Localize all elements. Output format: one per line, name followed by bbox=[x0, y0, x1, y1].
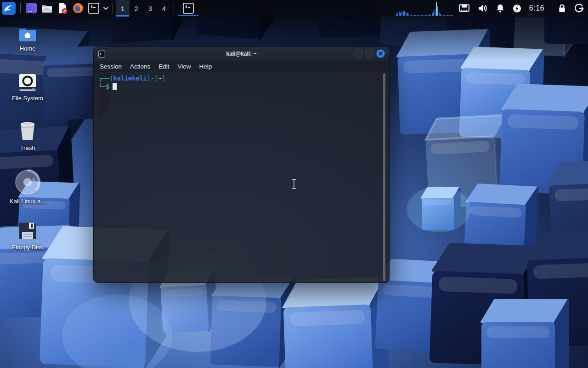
launcher-text-editor[interactable] bbox=[55, 0, 70, 17]
lock-screen-button[interactable] bbox=[554, 0, 570, 17]
minimize-button[interactable] bbox=[354, 49, 363, 58]
close-button[interactable] bbox=[376, 49, 385, 58]
desktop-icon-file-system[interactable]: File System bbox=[4, 73, 51, 102]
menu-edit[interactable]: Edit bbox=[154, 61, 173, 72]
network-icon bbox=[459, 4, 469, 12]
panel-separator bbox=[20, 3, 21, 13]
home-folder-icon bbox=[18, 27, 37, 42]
optical-disc-icon bbox=[15, 169, 40, 195]
window-terminal-icon bbox=[98, 51, 105, 58]
notifications-bell-icon bbox=[496, 4, 504, 13]
window-app-icon bbox=[25, 2, 37, 14]
desktop-icon-floppy-disk[interactable]: Floppy Disk bbox=[4, 221, 51, 251]
terminal-icon: $ bbox=[88, 3, 99, 14]
log-out-button[interactable] bbox=[570, 0, 588, 17]
workspace-1[interactable]: 1 bbox=[116, 0, 130, 17]
firefox-icon bbox=[72, 2, 84, 14]
prompt-line-2: └─$ bbox=[98, 82, 389, 91]
volume-icon bbox=[478, 4, 488, 13]
desktop-icon-home[interactable]: Home bbox=[4, 27, 51, 52]
workspace-4[interactable]: 4 bbox=[157, 0, 171, 17]
workspace-2[interactable]: 2 bbox=[130, 0, 143, 17]
terminal-window: kali@kali: ~ Session Actions Edit View H… bbox=[93, 46, 390, 283]
svg-text:$: $ bbox=[90, 5, 93, 9]
desktop-icon-trash[interactable]: Trash bbox=[4, 121, 51, 151]
desktop-icon-kali-linux[interactable]: Kali Linux a... bbox=[4, 169, 51, 205]
clock[interactable]: 6:16 bbox=[526, 4, 548, 12]
taskbar-terminal-button[interactable]: $ bbox=[177, 0, 200, 17]
prompt-line-1: ┌──(kali⊛kali)-[~] bbox=[98, 74, 389, 82]
desktop-icon-label: Floppy Disk bbox=[12, 244, 43, 251]
window-title: kali@kali: ~ bbox=[94, 51, 389, 57]
terminal-menubar: Session Actions Edit View Help bbox=[94, 61, 389, 72]
desktop-root: $ 1 2 3 4 $ bbox=[0, 0, 588, 368]
window-titlebar[interactable]: kali@kali: ~ bbox=[94, 47, 389, 61]
launcher-terminal-dropdown[interactable] bbox=[102, 0, 110, 17]
menu-actions[interactable]: Actions bbox=[126, 61, 154, 72]
desktop-icon-label: Kali Linux a... bbox=[10, 198, 45, 205]
log-out-icon bbox=[574, 4, 584, 13]
launcher-firefox[interactable] bbox=[70, 0, 86, 17]
cpu-graph-plugin[interactable] bbox=[396, 0, 455, 17]
hard-drive-icon bbox=[18, 73, 37, 92]
top-panel: $ 1 2 3 4 $ bbox=[0, 0, 588, 17]
notifications-tray-button[interactable] bbox=[492, 0, 509, 17]
maximize-button[interactable] bbox=[365, 49, 374, 58]
terminal-icon: $ bbox=[183, 3, 194, 14]
launcher-terminal[interactable]: $ bbox=[86, 0, 102, 17]
menu-help[interactable]: Help bbox=[195, 61, 216, 72]
volume-tray-button[interactable] bbox=[474, 0, 492, 17]
text-editor-icon bbox=[57, 2, 68, 14]
terminal-scrollbar[interactable] bbox=[383, 73, 385, 281]
terminal-content[interactable]: ┌──(kali⊛kali)-[~] └─$ bbox=[94, 72, 389, 283]
network-tray-button[interactable] bbox=[455, 0, 474, 17]
chevron-down-icon bbox=[103, 7, 108, 10]
desktop-icon-label: Home bbox=[20, 45, 36, 52]
close-icon bbox=[379, 52, 383, 56]
power-manager-tray-button[interactable] bbox=[509, 0, 526, 17]
panel-separator bbox=[551, 3, 551, 13]
terminal-cursor bbox=[113, 83, 117, 90]
file-manager-icon bbox=[41, 2, 53, 14]
workspace-3[interactable]: 3 bbox=[143, 0, 157, 17]
menu-view[interactable]: View bbox=[174, 61, 195, 72]
trash-bin-icon bbox=[17, 121, 38, 142]
desktop-icon-label: File System bbox=[12, 95, 43, 102]
menu-session[interactable]: Session bbox=[96, 61, 126, 72]
desktop-icon-label: Trash bbox=[20, 144, 35, 151]
panel-separator bbox=[174, 3, 174, 13]
floppy-disk-icon bbox=[17, 221, 38, 241]
panel-separator bbox=[113, 3, 113, 13]
mouse-ibeam-cursor bbox=[290, 178, 298, 190]
launcher-window-app[interactable] bbox=[23, 0, 39, 17]
launcher-file-manager[interactable] bbox=[39, 0, 55, 17]
kali-dragon-logo-icon bbox=[2, 2, 16, 15]
kali-menu-button[interactable] bbox=[0, 0, 17, 17]
svg-text:$: $ bbox=[185, 5, 187, 9]
power-manager-icon bbox=[513, 4, 521, 13]
lock-screen-icon bbox=[558, 4, 566, 13]
